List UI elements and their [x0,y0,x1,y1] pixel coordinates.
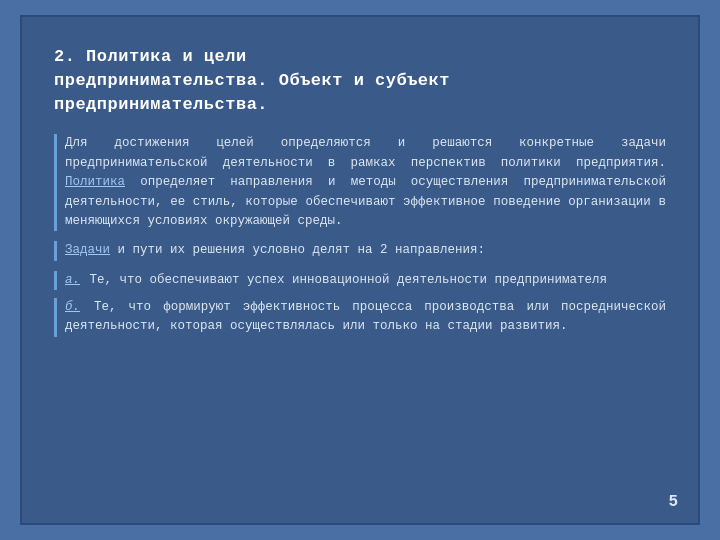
content-area: Для достижения целей определяются и реша… [54,134,666,344]
paragraph-1: Для достижения целей определяются и реша… [54,134,666,231]
slide-title: 2. Политика и цели предпринимательства. … [54,45,666,116]
politika-link[interactable]: Политика [65,175,125,189]
list-text-b: Те, что формируют эффективность процесса… [65,300,666,333]
list-letter-b: б. [65,300,80,314]
list-item-b: б. Те, что формируют эффективность проце… [54,298,666,337]
slide: 2. Политика и цели предпринимательства. … [20,15,700,525]
list-item-a: а. Те, что обеспечивают успех инновацион… [54,271,666,290]
list-letter-a: а. [65,273,80,287]
zadachi-link[interactable]: Задачи [65,243,110,257]
page-number: 5 [668,493,678,511]
list-text-a: Те, что обеспечивают успех инновационной… [82,273,607,287]
paragraph-2: Задачи и пути их решения условно делят н… [54,241,666,260]
